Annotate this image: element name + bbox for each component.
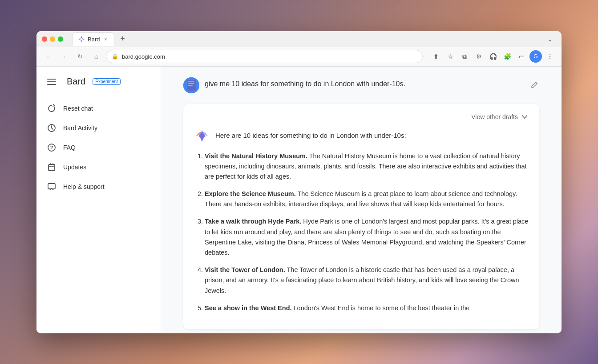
sidebar-item-updates[interactable]: Updates [36,157,154,177]
user-avatar-chat [183,77,199,93]
sidebar-item-reset-chat-label: Reset chat [63,105,93,112]
svg-text:?: ? [50,145,53,150]
home-icon: ⌂ [94,53,98,60]
response-intro-text: Here are 10 ideas for something to do in… [215,128,406,139]
svg-rect-12 [188,85,193,86]
tab-close-button[interactable]: × [102,36,109,42]
address-bar: ‹ › ↻ ⌂ 🔒 bard.google.com ⬆ ☆ ⧉ ⚙ 🎧 🧩 ▭ … [36,47,562,67]
url-bar[interactable]: 🔒 bard.google.com [106,50,423,63]
back-icon: ‹ [47,53,49,60]
content-area: Bard Experiment Reset chat Bard Activity [36,67,562,333]
response-list-item: See a show in the West End. London's Wes… [205,303,529,313]
maximize-window-button[interactable] [58,36,63,42]
svg-rect-1 [47,81,56,82]
bard-response-icon [194,128,210,144]
experiment-badge: Experiment [93,78,121,85]
sidebar-item-help[interactable]: Help & support [36,177,154,196]
close-window-button[interactable] [42,36,47,42]
lock-icon: 🔒 [112,53,118,60]
new-tab-button[interactable]: + [116,33,129,45]
svg-rect-0 [47,79,56,80]
response-list-item: Explore the Science Museum. The Science … [205,189,529,209]
sidebar-toggle-icon[interactable]: ▭ [515,50,528,63]
edit-icon [530,80,539,89]
hamburger-icon [47,77,56,86]
svg-rect-2 [47,84,56,85]
tab-label: Bard [88,36,100,43]
sidebar-item-faq[interactable]: ? FAQ [36,138,154,157]
user-query-text: give me 10 ideas for something to do in … [205,77,525,88]
title-bar: Bard × + ⌄ [36,31,562,47]
sidebar-item-faq-label: FAQ [63,144,76,151]
tab-favicon-icon [78,36,85,43]
sidebar-item-bard-activity-label: Bard Activity [63,124,97,132]
forward-icon: › [63,53,65,60]
response-list-item: Visit the Tower of London. The Tower of … [205,265,529,296]
headphones-icon[interactable]: 🎧 [487,50,499,63]
user-avatar[interactable]: G [529,50,542,63]
sidebar-item-bard-activity[interactable]: Bard Activity [36,118,154,138]
active-tab[interactable]: Bard × [72,32,114,46]
tab-dropdown-button[interactable]: ⌄ [547,36,556,43]
sidebar-item-reset-chat[interactable]: Reset chat [36,99,154,118]
faq-icon: ? [47,143,56,152]
reset-chat-icon [47,104,56,113]
home-button[interactable]: ⌂ [90,50,102,63]
svg-rect-10 [188,81,194,82]
ai-response-card: View other drafts [183,104,539,329]
bard-activity-icon [47,124,56,132]
share-icon[interactable]: ⬆ [430,50,442,63]
sidebar-item-help-label: Help & support [63,183,105,190]
help-icon [47,182,56,191]
sidebar-header: Bard Experiment [36,74,161,99]
puzzle-icon[interactable]: 🧩 [501,50,513,63]
sidebar-item-updates-label: Updates [63,164,86,171]
user-avatar-icon [183,77,199,93]
chat-container: give me 10 ideas for something to do in … [183,77,539,329]
browser-menu-icon[interactable]: ⋮ [544,50,556,63]
forward-button[interactable]: › [58,50,70,63]
settings-icon[interactable]: ⚙ [473,50,485,63]
refresh-icon: ↻ [77,53,83,60]
svg-rect-11 [188,83,194,84]
tab-bar: Bard × + ⌄ [72,32,556,46]
response-list-item: Take a walk through Hyde Park. Hyde Park… [205,216,529,258]
back-button[interactable]: ‹ [42,50,54,63]
traffic-lights [42,36,63,42]
bookmark-icon[interactable]: ☆ [444,50,457,63]
svg-rect-6 [48,164,55,171]
bard-title: Bard [67,76,85,87]
response-list-item: Visit the Natural History Museum. The Na… [205,151,529,182]
minimize-window-button[interactable] [50,36,55,42]
view-other-drafts-button[interactable]: View other drafts [194,113,529,121]
refresh-button[interactable]: ↻ [74,50,86,63]
view-drafts-label: View other drafts [471,113,518,120]
response-header: Here are 10 ideas for something to do in… [194,128,529,144]
layers-icon[interactable]: ⧉ [458,50,471,63]
chevron-down-icon [521,113,529,121]
user-message: give me 10 ideas for something to do in … [183,77,539,93]
hamburger-menu-button[interactable] [44,74,60,90]
toolbar-icons: ⬆ ☆ ⧉ ⚙ 🎧 🧩 ▭ G ⋮ [430,50,556,63]
response-list: Visit the Natural History Museum. The Na… [194,151,529,313]
updates-icon [47,163,56,172]
main-area: give me 10 ideas for something to do in … [161,67,562,333]
sidebar: Bard Experiment Reset chat Bard Activity [36,67,161,333]
url-text: bard.google.com [122,53,165,60]
browser-window: Bard × + ⌄ ‹ › ↻ ⌂ 🔒 bard.google.com ⬆ ☆… [36,31,562,333]
edit-message-button[interactable] [530,77,539,91]
